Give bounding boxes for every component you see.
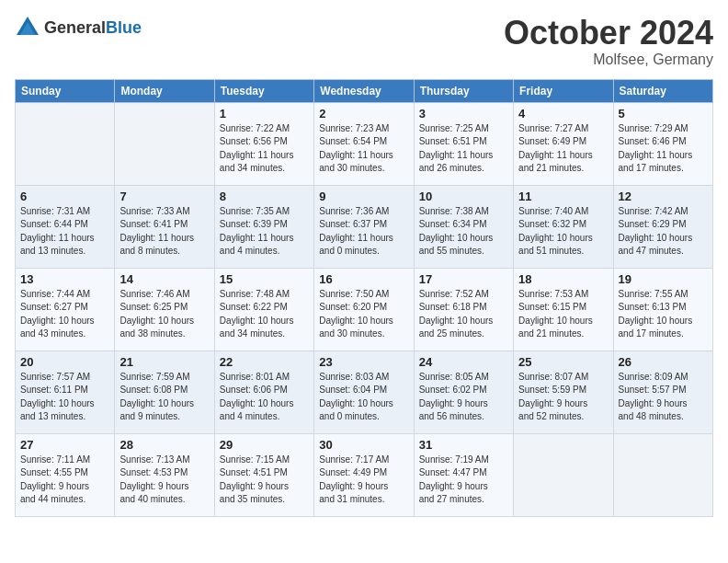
day-number: 10 (419, 190, 508, 203)
calendar-title: October 2024 (504, 15, 713, 52)
day-info: Sunrise: 7:42 AM Sunset: 6:29 PM Dayligh… (619, 205, 708, 259)
day-number: 26 (619, 355, 708, 369)
day-number: 6 (20, 190, 109, 203)
day-info: Sunrise: 8:03 AM Sunset: 6:04 PM Dayligh… (319, 371, 408, 424)
day-number: 2 (319, 107, 408, 121)
day-info: Sunrise: 8:05 AM Sunset: 6:02 PM Dayligh… (419, 371, 508, 424)
day-number: 31 (419, 438, 508, 452)
calendar-cell (514, 433, 613, 516)
calendar-week-row: 13Sunrise: 7:44 AM Sunset: 6:27 PM Dayli… (16, 268, 713, 350)
day-number: 21 (119, 355, 209, 369)
calendar-week-row: 6Sunrise: 7:31 AM Sunset: 6:44 PM Daylig… (16, 185, 713, 268)
calendar-cell: 30Sunrise: 7:17 AM Sunset: 4:49 PM Dayli… (314, 433, 414, 516)
calendar-cell: 1Sunrise: 7:22 AM Sunset: 6:56 PM Daylig… (214, 102, 313, 185)
title-block: October 2024 Molfsee, Germany (504, 15, 713, 68)
day-info: Sunrise: 7:11 AM Sunset: 4:55 PM Dayligh… (20, 454, 109, 507)
day-number: 7 (119, 190, 209, 203)
weekday-header-monday: Monday (115, 79, 214, 102)
day-info: Sunrise: 7:25 AM Sunset: 6:51 PM Dayligh… (419, 122, 508, 176)
weekday-header-wednesday: Wednesday (314, 79, 414, 102)
calendar-cell: 16Sunrise: 7:50 AM Sunset: 6:20 PM Dayli… (314, 268, 414, 350)
day-info: Sunrise: 7:29 AM Sunset: 6:46 PM Dayligh… (619, 122, 708, 176)
calendar-cell: 18Sunrise: 7:53 AM Sunset: 6:15 PM Dayli… (514, 268, 613, 350)
day-info: Sunrise: 7:59 AM Sunset: 6:08 PM Dayligh… (119, 371, 209, 424)
weekday-header-thursday: Thursday (414, 79, 513, 102)
calendar-cell: 13Sunrise: 7:44 AM Sunset: 6:27 PM Dayli… (16, 268, 115, 350)
logo-icon (15, 15, 40, 40)
weekday-header-saturday: Saturday (613, 79, 712, 102)
calendar-cell: 7Sunrise: 7:33 AM Sunset: 6:41 PM Daylig… (115, 185, 214, 268)
logo-blue-text: Blue (106, 18, 142, 37)
logo: GeneralBlue (15, 15, 142, 40)
calendar-cell: 9Sunrise: 7:36 AM Sunset: 6:37 PM Daylig… (314, 185, 414, 268)
calendar-cell: 8Sunrise: 7:35 AM Sunset: 6:39 PM Daylig… (214, 185, 313, 268)
day-info: Sunrise: 7:40 AM Sunset: 6:32 PM Dayligh… (518, 205, 608, 259)
calendar-cell: 27Sunrise: 7:11 AM Sunset: 4:55 PM Dayli… (16, 433, 115, 516)
day-number: 14 (119, 272, 209, 286)
calendar-cell: 5Sunrise: 7:29 AM Sunset: 6:46 PM Daylig… (613, 102, 712, 185)
calendar-cell: 14Sunrise: 7:46 AM Sunset: 6:25 PM Dayli… (115, 268, 214, 350)
day-info: Sunrise: 7:19 AM Sunset: 4:47 PM Dayligh… (419, 454, 508, 507)
calendar-cell: 31Sunrise: 7:19 AM Sunset: 4:47 PM Dayli… (414, 433, 513, 516)
calendar-week-row: 27Sunrise: 7:11 AM Sunset: 4:55 PM Dayli… (16, 433, 713, 516)
weekday-header-sunday: Sunday (16, 79, 115, 102)
calendar-cell: 23Sunrise: 8:03 AM Sunset: 6:04 PM Dayli… (314, 350, 414, 433)
day-number: 13 (20, 272, 109, 286)
day-info: Sunrise: 7:23 AM Sunset: 6:54 PM Dayligh… (319, 122, 408, 176)
calendar-week-row: 20Sunrise: 7:57 AM Sunset: 6:11 PM Dayli… (16, 350, 713, 433)
day-number: 15 (220, 272, 309, 286)
calendar-cell: 22Sunrise: 8:01 AM Sunset: 6:06 PM Dayli… (214, 350, 313, 433)
calendar-cell (115, 102, 214, 185)
calendar-cell: 28Sunrise: 7:13 AM Sunset: 4:53 PM Dayli… (115, 433, 214, 516)
calendar-cell: 17Sunrise: 7:52 AM Sunset: 6:18 PM Dayli… (414, 268, 513, 350)
calendar-cell: 19Sunrise: 7:55 AM Sunset: 6:13 PM Dayli… (613, 268, 712, 350)
day-number: 20 (20, 355, 109, 369)
calendar-cell: 24Sunrise: 8:05 AM Sunset: 6:02 PM Dayli… (414, 350, 513, 433)
day-info: Sunrise: 8:01 AM Sunset: 6:06 PM Dayligh… (220, 371, 309, 424)
day-info: Sunrise: 7:13 AM Sunset: 4:53 PM Dayligh… (119, 454, 209, 507)
calendar-cell: 20Sunrise: 7:57 AM Sunset: 6:11 PM Dayli… (16, 350, 115, 433)
calendar-cell: 29Sunrise: 7:15 AM Sunset: 4:51 PM Dayli… (214, 433, 313, 516)
calendar-subtitle: Molfsee, Germany (504, 52, 713, 68)
day-number: 8 (220, 190, 309, 203)
calendar-cell: 11Sunrise: 7:40 AM Sunset: 6:32 PM Dayli… (514, 185, 613, 268)
calendar-cell: 21Sunrise: 7:59 AM Sunset: 6:08 PM Dayli… (115, 350, 214, 433)
day-info: Sunrise: 7:44 AM Sunset: 6:27 PM Dayligh… (20, 288, 109, 341)
day-number: 16 (319, 272, 408, 286)
day-number: 23 (319, 355, 408, 369)
calendar-cell: 6Sunrise: 7:31 AM Sunset: 6:44 PM Daylig… (16, 185, 115, 268)
calendar-cell (16, 102, 115, 185)
calendar-week-row: 1Sunrise: 7:22 AM Sunset: 6:56 PM Daylig… (16, 102, 713, 185)
day-number: 18 (518, 272, 608, 286)
day-number: 9 (319, 190, 408, 203)
day-info: Sunrise: 7:31 AM Sunset: 6:44 PM Dayligh… (20, 205, 109, 259)
day-number: 5 (619, 107, 708, 121)
day-number: 22 (220, 355, 309, 369)
calendar-cell: 3Sunrise: 7:25 AM Sunset: 6:51 PM Daylig… (414, 102, 513, 185)
calendar-cell: 10Sunrise: 7:38 AM Sunset: 6:34 PM Dayli… (414, 185, 513, 268)
day-info: Sunrise: 7:55 AM Sunset: 6:13 PM Dayligh… (619, 288, 708, 341)
day-info: Sunrise: 8:09 AM Sunset: 5:57 PM Dayligh… (619, 371, 708, 424)
calendar-cell: 12Sunrise: 7:42 AM Sunset: 6:29 PM Dayli… (613, 185, 712, 268)
day-number: 3 (419, 107, 508, 121)
day-info: Sunrise: 7:46 AM Sunset: 6:25 PM Dayligh… (119, 288, 209, 341)
weekday-header-tuesday: Tuesday (214, 79, 313, 102)
day-info: Sunrise: 7:17 AM Sunset: 4:49 PM Dayligh… (319, 454, 408, 507)
day-number: 1 (220, 107, 309, 121)
day-info: Sunrise: 7:27 AM Sunset: 6:49 PM Dayligh… (518, 122, 608, 176)
calendar-cell: 4Sunrise: 7:27 AM Sunset: 6:49 PM Daylig… (514, 102, 613, 185)
day-number: 24 (419, 355, 508, 369)
calendar-cell: 25Sunrise: 8:07 AM Sunset: 5:59 PM Dayli… (514, 350, 613, 433)
day-info: Sunrise: 7:36 AM Sunset: 6:37 PM Dayligh… (319, 205, 408, 259)
day-info: Sunrise: 7:53 AM Sunset: 6:15 PM Dayligh… (518, 288, 608, 341)
day-number: 25 (518, 355, 608, 369)
calendar-cell (613, 433, 712, 516)
day-number: 19 (619, 272, 708, 286)
day-info: Sunrise: 7:35 AM Sunset: 6:39 PM Dayligh… (220, 205, 309, 259)
day-number: 30 (319, 438, 408, 452)
calendar-cell: 2Sunrise: 7:23 AM Sunset: 6:54 PM Daylig… (314, 102, 414, 185)
day-number: 4 (518, 107, 608, 121)
day-info: Sunrise: 7:15 AM Sunset: 4:51 PM Dayligh… (220, 454, 309, 507)
day-info: Sunrise: 7:48 AM Sunset: 6:22 PM Dayligh… (220, 288, 309, 341)
calendar-table: SundayMondayTuesdayWednesdayThursdayFrid… (15, 79, 713, 517)
